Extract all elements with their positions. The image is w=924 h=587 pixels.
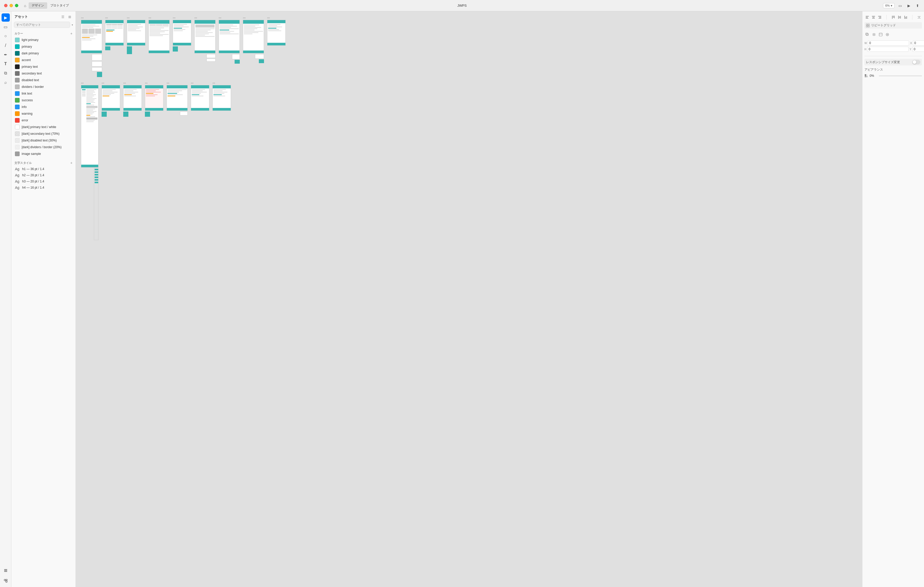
- clone-icon-4[interactable]: [884, 32, 890, 37]
- device-icon[interactable]: ▭: [897, 2, 903, 9]
- opacity-slider[interactable]: [879, 76, 922, 76]
- frame-12[interactable]: [102, 85, 120, 111]
- frame-5[interactable]: [173, 20, 191, 46]
- rectangle-tool[interactable]: ▭: [2, 23, 10, 31]
- frame-4[interactable]: [148, 20, 170, 53]
- frame-6-p2[interactable]: [206, 59, 216, 62]
- frame-3[interactable]: [127, 20, 145, 46]
- width-input[interactable]: [868, 41, 909, 46]
- distribute-icon[interactable]: [916, 15, 922, 20]
- prototype-tab[interactable]: プロトタイプ: [47, 2, 72, 9]
- minimize-button[interactable]: [10, 4, 13, 7]
- share-icon[interactable]: ⬆: [914, 2, 921, 9]
- zoom-control[interactable]: 6% ▾: [883, 3, 894, 8]
- clone-icon-2[interactable]: [871, 32, 877, 37]
- align-bottom-icon[interactable]: [903, 15, 909, 20]
- clone-icon-3[interactable]: [878, 32, 884, 37]
- frame-3-panel[interactable]: [127, 46, 132, 54]
- home-icon[interactable]: ⌂: [22, 3, 28, 8]
- x-input[interactable]: [913, 41, 924, 46]
- add-color-icon[interactable]: +: [70, 31, 73, 36]
- color-item-dividers[interactable]: dividers / border: [14, 84, 73, 90]
- frame-8-p1[interactable]: [255, 54, 264, 59]
- select-tool[interactable]: ▶: [2, 13, 10, 21]
- color-item-dark-disabled-text[interactable]: [dark] disabled text (30%): [14, 137, 73, 144]
- assets-icon[interactable]: [2, 577, 10, 585]
- frame-2[interactable]: [105, 20, 124, 46]
- frame-7[interactable]: [219, 20, 240, 53]
- frame-6[interactable]: [195, 20, 216, 53]
- color-item-primary[interactable]: primary: [14, 43, 73, 50]
- color-item-accent[interactable]: accent: [14, 57, 73, 63]
- grid-view-icon[interactable]: ⊞: [67, 14, 73, 20]
- align-center-h-icon[interactable]: [871, 15, 876, 20]
- align-left-icon[interactable]: [865, 15, 870, 20]
- frame-11[interactable]: [81, 85, 99, 168]
- maximize-button[interactable]: [15, 4, 18, 7]
- color-item-info[interactable]: info: [14, 104, 73, 110]
- frame-1-panel-teal[interactable]: [97, 72, 102, 77]
- frame-13[interactable]: [123, 85, 142, 111]
- align-center-v-icon[interactable]: [897, 15, 903, 20]
- line-tool[interactable]: /: [2, 41, 10, 49]
- color-item-light-primary[interactable]: light primary: [14, 36, 73, 43]
- typo-item-h4[interactable]: Ag h4 — 16 pt / 1.4: [14, 184, 73, 191]
- color-item-disabled-text[interactable]: disabled text: [14, 77, 73, 84]
- color-item-dark-primary-text-white[interactable]: [dark] primary text / white: [14, 124, 73, 130]
- component-tool[interactable]: ⧉: [2, 69, 10, 77]
- typo-item-h2[interactable]: Ag h2 — 28 pt / 1.4: [14, 172, 73, 178]
- frame-16[interactable]: [191, 85, 210, 111]
- frame-2-panel[interactable]: [105, 46, 111, 50]
- pen-tool[interactable]: ✒: [2, 51, 10, 59]
- list-view-icon[interactable]: ☰: [60, 14, 66, 20]
- frame-6-p1[interactable]: [206, 54, 216, 58]
- align-top-icon[interactable]: [891, 15, 896, 20]
- frame-15-p1[interactable]: [180, 112, 188, 115]
- repeat-grid-button[interactable]: リピートグリッド: [865, 22, 922, 29]
- frame-8-p2[interactable]: [259, 59, 264, 63]
- frame-9[interactable]: [267, 20, 285, 46]
- responsive-toggle[interactable]: [912, 60, 921, 64]
- design-tab[interactable]: デザイン: [29, 2, 47, 9]
- color-item-secondary-text[interactable]: secondary text: [14, 70, 73, 77]
- frame-14[interactable]: [145, 85, 163, 111]
- layers-icon[interactable]: [2, 566, 10, 575]
- color-item-success[interactable]: success: [14, 97, 73, 104]
- frame-15[interactable]: [167, 85, 188, 111]
- height-input[interactable]: [867, 47, 909, 52]
- frame-1[interactable]: [81, 20, 102, 53]
- clone-icon-1[interactable]: [865, 32, 870, 37]
- ellipse-tool[interactable]: ○: [2, 32, 10, 40]
- color-item-image-sample[interactable]: image sample: [14, 150, 73, 157]
- frame-1-panel-3[interactable]: [92, 67, 102, 71]
- color-item-dark-primary[interactable]: dark primary: [14, 50, 73, 57]
- search-tool[interactable]: ⌕: [2, 78, 10, 87]
- color-item-link-text[interactable]: link text: [14, 90, 73, 97]
- text-tool[interactable]: T: [2, 60, 10, 68]
- close-button[interactable]: [4, 4, 7, 7]
- typo-item-h1[interactable]: Ag h1 — 36 pt / 1.4: [14, 166, 73, 172]
- frame-13-panel[interactable]: [123, 112, 129, 117]
- frame-1-panel-1[interactable]: [92, 54, 102, 61]
- search-dropdown-icon[interactable]: ▾: [72, 23, 73, 26]
- color-item-dark-secondary-text[interactable]: [dark] secondary text (70%): [14, 130, 73, 137]
- frame-8[interactable]: [243, 20, 264, 53]
- typo-item-h3[interactable]: Ag h3 — 20 pt / 1.4: [14, 178, 73, 184]
- canvas[interactable]: •••: [76, 12, 862, 587]
- y-input[interactable]: [912, 47, 924, 52]
- frame-7-p1[interactable]: [232, 54, 240, 59]
- color-item-dark-dividers[interactable]: [dark] dividers / border (20%): [14, 144, 73, 150]
- frame-14-panel[interactable]: [145, 112, 150, 117]
- frame-1-panel-2[interactable]: [92, 61, 102, 66]
- add-typography-icon[interactable]: +: [70, 161, 73, 165]
- color-item-warning[interactable]: warning: [14, 110, 73, 117]
- play-icon[interactable]: ▶: [906, 2, 912, 9]
- search-input[interactable]: [14, 21, 70, 28]
- align-right-icon[interactable]: [877, 15, 883, 20]
- color-item-error[interactable]: error: [14, 117, 73, 124]
- color-item-primary-text[interactable]: primary text: [14, 63, 73, 70]
- frame-17[interactable]: [213, 85, 231, 111]
- frame-12-panel[interactable]: [102, 112, 107, 117]
- frame-5-panel[interactable]: [173, 46, 178, 51]
- frame-7-p2[interactable]: [234, 60, 240, 64]
